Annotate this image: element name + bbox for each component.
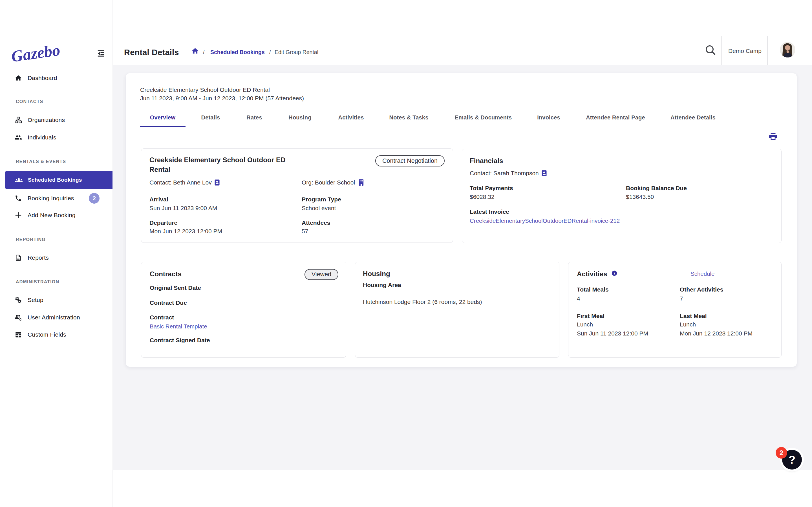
svg-text:Gazebo: Gazebo — [12, 42, 60, 65]
